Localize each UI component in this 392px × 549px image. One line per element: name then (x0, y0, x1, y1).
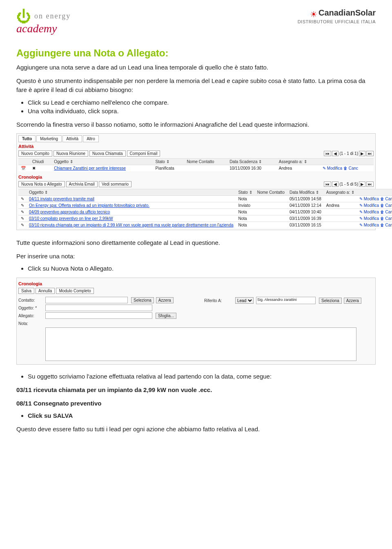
bullet-list-1: Click su Lead e cerchiamo nell'elenco ch… (16, 99, 376, 114)
row-contatto (255, 209, 287, 215)
paragraph-5: Per inserire una nota: (16, 252, 376, 261)
delete-icon[interactable]: 🗑 (380, 197, 384, 201)
th-oggetto[interactable]: Oggetto ⇕ (51, 159, 153, 165)
contatto-input[interactable] (45, 297, 128, 303)
modulo-completo-button[interactable]: Modulo Completo (56, 288, 94, 294)
th-contatto[interactable]: Nome Contatto (255, 189, 287, 196)
seleziona-button[interactable]: Seleziona (319, 298, 342, 304)
row-oggetto[interactable]: 03/10 ricevuta chiamata per un impianto … (27, 222, 236, 229)
th-assegnato[interactable]: Assegnato a: ⇕ (276, 159, 320, 165)
close-icon[interactable]: ✖ (30, 165, 51, 172)
row-actions: ✎ Modifica 🗑 Canc (357, 215, 392, 222)
crm-tabs: Tutto Marketing Attività Altro (18, 135, 374, 142)
seleziona-button[interactable]: Seleziona (131, 297, 154, 303)
row-oggetto[interactable]: 04/09 preventivo approvato da ufficio te… (27, 209, 236, 215)
row-contatto (255, 202, 287, 209)
nuovo-compito-button[interactable]: Nuovo Compito (18, 150, 52, 157)
row-actions: ✎ Modifica 🗑 Canc (357, 222, 392, 229)
riferito-label: Riferito A: (204, 298, 233, 303)
pager-next-icon[interactable]: ▶ (359, 182, 365, 187)
bullet-item: Click su SALVA (28, 412, 376, 419)
row-stato: Nota (236, 209, 255, 215)
bullet-item: Una volta individuato, click sopra. (28, 108, 376, 114)
nuova-chiamata-button[interactable]: Nuova Chiamata (89, 150, 125, 157)
riferito-select[interactable]: Lead (235, 297, 254, 304)
row-data: 04/11/2009 10:40 (287, 209, 324, 215)
nota-textarea[interactable] (45, 327, 356, 361)
paragraph-2: Questo è uno strumento indispensabile pe… (16, 76, 376, 95)
edit-icon[interactable]: ✎ (359, 210, 363, 214)
delete-icon[interactable]: 🗑 (380, 223, 384, 227)
paragraph-8: Questo deve essere fatto su tutti i lead… (16, 425, 376, 434)
table-row: ✎On Energy spa: Offerta relativa ad un i… (18, 202, 392, 209)
edit-icon[interactable]: ✎ (323, 166, 326, 170)
componi-email-button[interactable]: Componi Email (127, 150, 160, 157)
salva-button[interactable]: Salva (18, 288, 34, 294)
tab-marketing[interactable]: Marketing (36, 135, 62, 142)
paragraph-3: Scorrendo la finestra verso il basso not… (16, 120, 376, 130)
table-row: ✎03/10 ricevuta chiamata per un impianto… (18, 222, 392, 229)
row-actions: ✎ Modifica 🗑 Canc (320, 165, 374, 172)
delete-icon[interactable]: 🗑 (380, 210, 384, 214)
edit-icon[interactable]: ✎ (359, 216, 363, 221)
row-oggetto[interactable]: On Energy spa: Offerta relativa ad un im… (27, 202, 236, 209)
note-form-toolbar: Salva Annulla Modulo Completo (18, 288, 374, 294)
th-oggetto[interactable]: Oggetto ⇕ (27, 189, 236, 196)
delete-icon[interactable]: 🗑 (380, 216, 384, 221)
allegato-input[interactable] (45, 312, 152, 319)
pager-prev-icon[interactable]: ◀ (332, 151, 339, 156)
annulla-button[interactable]: Annulla (36, 288, 55, 294)
nuova-nota-button[interactable]: Nuova Nota o Allegato (18, 181, 65, 187)
tab-tutto[interactable]: Tutto (18, 135, 36, 142)
th-stato[interactable]: Stato ⇕ (236, 189, 255, 196)
edit-icon[interactable]: ✎ (359, 223, 363, 227)
pager-prev-icon[interactable]: ◀ (332, 182, 339, 187)
tab-attivita[interactable]: Attività (62, 135, 82, 142)
crm-screenshot-2: Cronologia Salva Annulla Modulo Completo… (16, 278, 376, 365)
th-assegnato[interactable]: Assegnato a: ⇕ (324, 189, 357, 196)
edit-icon[interactable]: ✎ (359, 197, 363, 201)
delete-icon[interactable]: 🗑 (343, 166, 347, 170)
row-actions: ✎ Modifica 🗑 Canc (357, 196, 392, 202)
delete-icon[interactable]: 🗑 (380, 203, 384, 208)
th-contatto[interactable]: Nome Contatto (184, 159, 227, 165)
row-contatto (255, 196, 287, 202)
bullet-item: Su oggetto scriviamo l'azione effettuata… (28, 373, 376, 380)
riferito-name[interactable]: Sig. Alessandro zarattini (256, 297, 316, 304)
row-stato: Inviato (236, 202, 255, 209)
row-oggetto[interactable]: 03/10 compilato preventivo on line per 2… (27, 215, 236, 222)
table-row: ✎04/11 inviato preventivo tramite mailNo… (18, 196, 392, 202)
row-oggetto[interactable]: 04/11 inviato preventivo tramite mail (27, 196, 236, 202)
contatto-label: Contatto: (18, 298, 43, 303)
cronologia-toolbar: Nuova Nota o Allegato Archivia Email Ved… (18, 181, 374, 187)
pager-text: (1 - 1 di 1) (339, 151, 358, 156)
pager-first-icon[interactable]: ⏮ (324, 182, 331, 187)
note-icon: ✎ (18, 215, 27, 222)
oggetto-input[interactable] (45, 305, 152, 311)
th-scadenza[interactable]: Data Scadenza ⇕ (227, 159, 276, 165)
pager-last-icon[interactable]: ⏭ (366, 182, 374, 187)
th-modifica[interactable]: Data Modifica ⇕ (287, 189, 324, 196)
nuova-riunione-button[interactable]: Nuova Riunione (53, 150, 88, 157)
crm-screenshot-1: Tutto Marketing Attività Altro Attività … (16, 133, 376, 230)
allegato-label: Allegato: (18, 314, 43, 318)
row-contatto (184, 165, 227, 172)
archivia-email-button[interactable]: Archivia Email (66, 181, 98, 187)
edit-icon[interactable]: ✎ (359, 203, 363, 208)
attivita-table: Chiudi Oggetto ⇕ Stato ⇕ Nome Contatto D… (18, 158, 374, 171)
sfoglia-button[interactable]: Sfoglia... (156, 313, 176, 319)
pager-last-icon[interactable]: ⏭ (366, 151, 374, 156)
bullet-item: Click su Lead e cerchiamo nell'elenco ch… (28, 99, 376, 106)
note-icon: ✎ (18, 209, 27, 215)
row-assegnato: Andrea (276, 165, 320, 172)
azzera-button[interactable]: Azzera (156, 297, 174, 303)
pager-first-icon[interactable]: ⏮ (324, 151, 331, 156)
row-oggetto[interactable]: Chiamare Zarattini per sentire interesse (51, 165, 153, 172)
azzera-button[interactable]: Azzera (344, 298, 361, 304)
th-stato[interactable]: Stato ⇕ (153, 159, 185, 165)
pager-next-icon[interactable]: ▶ (359, 151, 365, 156)
vedi-sommario-button[interactable]: Vedi sommario (99, 181, 131, 187)
oggetto-label: Oggetto: * (18, 306, 43, 310)
tab-altro[interactable]: Altro (83, 135, 99, 142)
paragraph-4: Tutte queste informazioni sono direttame… (16, 238, 376, 248)
